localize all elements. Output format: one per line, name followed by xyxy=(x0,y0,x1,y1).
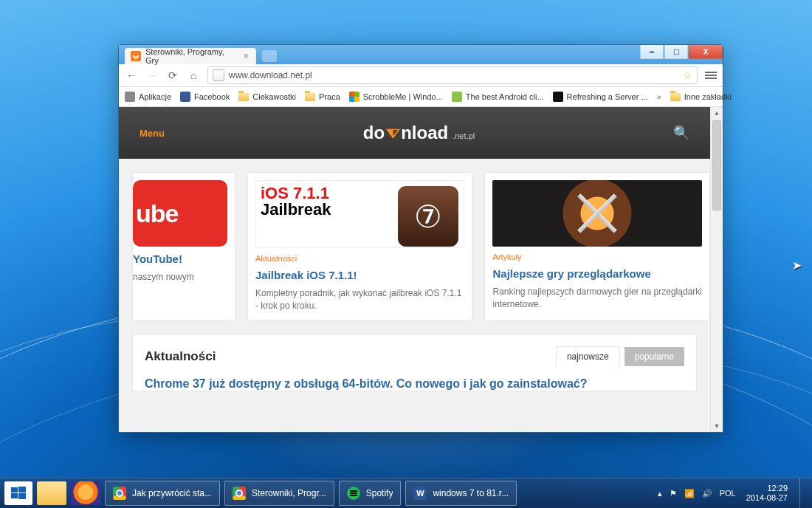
show-desktop-button[interactable] xyxy=(799,478,808,508)
card-title: YouTube! xyxy=(133,253,227,265)
taskbar-item[interactable]: Jak przywrócić sta... xyxy=(105,481,220,506)
site-logo[interactable]: do⧨nload.net.pl xyxy=(363,123,475,143)
mouse-cursor: ➤ xyxy=(792,258,802,272)
reload-button[interactable]: ⟳ xyxy=(166,69,179,81)
chrome-icon xyxy=(233,487,246,500)
desktop: ➤ Sterowniki, Programy, Gry × ━ ☐ X ← → … xyxy=(0,0,812,508)
tray-chevron-icon[interactable]: ▴ xyxy=(658,489,662,498)
browser-tab[interactable]: Sterowniki, Programy, Gry × xyxy=(125,48,256,64)
panel-title: Aktualności xyxy=(145,349,551,364)
svg-rect-0 xyxy=(11,487,18,492)
scroll-down-icon[interactable]: ▼ xyxy=(711,420,723,432)
scrollbar[interactable]: ▲ ▼ xyxy=(710,107,723,432)
tab-strip: Sterowniki, Programy, Gry × ━ ☐ X xyxy=(119,45,723,64)
window-close-button[interactable]: X xyxy=(689,45,723,59)
bookmark-scrobbleme[interactable]: ScrobbleMe | Windo... xyxy=(349,92,443,102)
bookmark-facebook[interactable]: Facebook xyxy=(180,92,230,102)
bookmark-other-folder[interactable]: Inne zakładki xyxy=(670,92,732,101)
chrome-window: Sterowniki, Programy, Gry × ━ ☐ X ← → ⟳ … xyxy=(118,44,723,433)
android-icon xyxy=(452,92,462,102)
card-desc: Kompletny poradnik, jak wykonać jailbrea… xyxy=(255,287,465,312)
scroll-up-icon[interactable]: ▲ xyxy=(711,107,723,119)
window-minimize-button[interactable]: ━ xyxy=(640,45,664,59)
folder-icon xyxy=(670,93,681,101)
search-icon[interactable]: 🔍 xyxy=(673,125,689,141)
taskbar-label: Jak przywrócić sta... xyxy=(132,488,212,498)
new-tab-button[interactable] xyxy=(262,50,277,62)
card-category: Aktualności xyxy=(255,254,465,263)
site-header: Menu do⧨nload.net.pl 🔍 xyxy=(119,107,710,159)
clock-time: 12:29 xyxy=(767,484,788,493)
bookmark-refreshing[interactable]: Refreshing a Server ... xyxy=(553,92,648,102)
bookmark-android[interactable]: The best Android cli... xyxy=(452,92,544,102)
page-viewport: Menu do⧨nload.net.pl 🔍 ube YouTube! nasz… xyxy=(119,107,723,432)
windows-icon xyxy=(11,486,26,501)
tray-network-icon[interactable]: 📶 xyxy=(684,489,695,498)
tab-close-icon[interactable]: × xyxy=(244,52,249,61)
taskbar-label: Spotify xyxy=(366,488,393,498)
home-button[interactable]: ⌂ xyxy=(187,69,200,81)
tab-popular[interactable]: popularne xyxy=(625,347,684,366)
card-title: Najlepsze gry przeglądarkowe xyxy=(492,267,702,280)
swords-thumb xyxy=(492,180,702,247)
chrome-menu-button[interactable] xyxy=(705,72,717,79)
bookmarks-bar: Aplikacje Facebook Ciekawostki Praca Scr… xyxy=(119,87,723,107)
taskbar-item[interactable]: W windows 7 to 81.r... xyxy=(405,481,517,506)
chevron-down-icon: ⧨ xyxy=(386,126,399,142)
taskbar-pin-explorer[interactable] xyxy=(37,481,66,505)
tab-favicon xyxy=(131,51,141,61)
seven-icon: ⑦ xyxy=(396,184,461,248)
bookmarks-overflow[interactable]: » xyxy=(657,92,661,101)
bookmark-folder[interactable]: Ciekawostki xyxy=(238,92,296,101)
bookmark-folder[interactable]: Praca xyxy=(305,92,340,101)
forward-button[interactable]: → xyxy=(145,69,159,81)
taskbar-pin-firefox[interactable] xyxy=(71,481,100,505)
site-info-icon[interactable] xyxy=(213,69,224,81)
facebook-icon xyxy=(180,92,190,102)
taskbar-label: windows 7 to 81.r... xyxy=(433,488,509,498)
featured-cards: ube YouTube! naszym nowym iOS 7.1.1 Jail… xyxy=(119,159,710,334)
card-jailbreak[interactable]: iOS 7.1.1 Jailbreak ⑦ Aktualności Jailbr… xyxy=(247,172,473,320)
svg-rect-2 xyxy=(11,493,18,498)
apps-icon xyxy=(125,92,135,102)
taskbar-item[interactable]: Sterowniki, Progr... xyxy=(224,481,334,506)
spotify-icon xyxy=(347,487,360,500)
folder-icon xyxy=(238,93,249,101)
taskbar-item[interactable]: Spotify xyxy=(339,481,402,506)
taskbar: Jak przywrócić sta... Sterowniki, Progr.… xyxy=(0,478,812,508)
word-icon: W xyxy=(413,487,427,500)
window-maximize-button[interactable]: ☐ xyxy=(664,45,688,59)
tray-flag-icon[interactable]: ⚑ xyxy=(670,489,677,498)
tray-language[interactable]: POL xyxy=(720,489,736,498)
card-title: Jailbreak iOS 7.1.1! xyxy=(255,269,465,281)
steam-icon xyxy=(553,92,563,102)
svg-rect-1 xyxy=(18,487,26,492)
folder-icon xyxy=(305,93,315,101)
chrome-icon xyxy=(113,487,126,500)
card-games[interactable]: Artykuły Najlepsze gry przeglądarkowe Ra… xyxy=(484,172,710,320)
windows-icon xyxy=(349,92,359,102)
scroll-thumb[interactable] xyxy=(712,120,721,210)
card-desc: naszym nowym xyxy=(133,271,227,284)
card-category: Artykuły xyxy=(492,253,702,261)
site-menu-button[interactable]: Menu xyxy=(140,128,165,139)
system-tray: ▴ ⚑ 📶 🔊 POL 12:29 2014-08-27 xyxy=(658,478,808,508)
address-bar[interactable]: www.download.net.pl ☆ xyxy=(207,66,698,84)
taskbar-label: Sterowniki, Progr... xyxy=(252,488,326,498)
back-button[interactable]: ← xyxy=(125,69,138,81)
jailbreak-thumb: iOS 7.1.1 Jailbreak ⑦ xyxy=(255,180,465,248)
card-youtube[interactable]: ube YouTube! naszym nowym xyxy=(132,172,235,320)
bookmark-apps[interactable]: Aplikacje xyxy=(125,92,171,102)
bookmark-star-icon[interactable]: ☆ xyxy=(683,69,692,81)
youtube-thumb: ube xyxy=(133,180,227,247)
taskbar-clock[interactable]: 12:29 2014-08-27 xyxy=(746,484,788,502)
news-headline[interactable]: Chrome 37 już dostępny z obsługą 64-bitó… xyxy=(145,377,684,391)
tab-newest[interactable]: najnowsze xyxy=(556,346,620,367)
url-text: www.download.net.pl xyxy=(229,70,678,80)
card-desc: Ranking najlepszych darmowych gier na pr… xyxy=(492,286,702,311)
tab-title: Sterowniki, Programy, Gry xyxy=(145,47,239,65)
svg-rect-3 xyxy=(18,493,26,499)
start-button[interactable] xyxy=(4,481,32,505)
tray-volume-icon[interactable]: 🔊 xyxy=(702,489,712,498)
toolbar: ← → ⟳ ⌂ www.download.net.pl ☆ xyxy=(119,64,723,87)
